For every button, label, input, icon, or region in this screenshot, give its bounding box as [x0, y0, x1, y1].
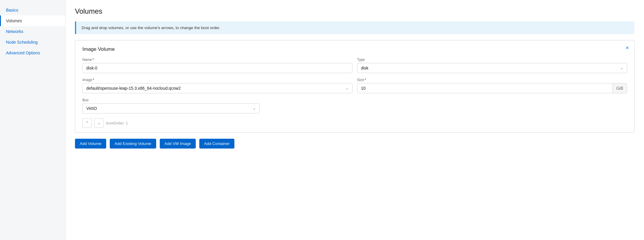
add-vm-image-button[interactable]: Add VM Image: [160, 139, 196, 149]
info-banner: Drag and drop volumes, or use the volume…: [75, 21, 634, 34]
boot-order-row: ⌃ ⌄ bootOrder: 1: [82, 118, 627, 128]
sidebar: Basics Volumes Networks Node Scheduling …: [0, 0, 65, 240]
name-input[interactable]: [82, 63, 352, 73]
name-label: Name*: [82, 58, 352, 62]
image-chevron-icon: ⌄: [346, 86, 349, 90]
type-label: Type: [357, 58, 627, 62]
bus-chevron-icon: ⌄: [253, 106, 256, 110]
bus-value: VirtIO: [86, 106, 97, 111]
size-required-star: *: [365, 78, 366, 82]
boot-order-label: bootOrder: 1: [106, 121, 128, 125]
sidebar-item-advanced-options[interactable]: Advanced Options: [0, 48, 65, 58]
sidebar-item-volumes[interactable]: Volumes: [0, 15, 65, 26]
image-field-group: Image* default/opensuse-leap-15.3.x86_64…: [82, 78, 352, 93]
image-required-star: *: [93, 78, 94, 82]
boot-order-up-button[interactable]: ⌃: [82, 118, 92, 128]
size-field-group: Size* GiB: [357, 78, 627, 93]
add-container-button[interactable]: Add Container: [199, 139, 234, 149]
type-chevron-icon: ⌄: [620, 66, 623, 70]
size-label: Size*: [357, 78, 627, 82]
action-buttons: Add Volume Add Existing Volume Add VM Im…: [75, 139, 634, 149]
main-content: Volumes Drag and drop volumes, or use th…: [65, 0, 644, 240]
image-label: Image*: [82, 78, 352, 82]
add-volume-button[interactable]: Add Volume: [75, 139, 106, 149]
sidebar-item-networks[interactable]: Networks: [0, 26, 65, 37]
volume-card-title: Image Volume: [82, 46, 627, 52]
image-select[interactable]: default/opensuse-leap-15.3.x86_64-noclou…: [82, 83, 352, 93]
add-existing-volume-button[interactable]: Add Existing Volume: [110, 139, 156, 149]
size-unit: GiB: [612, 83, 627, 93]
type-value: disk: [361, 66, 369, 70]
form-row-bus: Bus VirtIO ⌄: [82, 98, 627, 113]
boot-order-down-button[interactable]: ⌄: [94, 118, 104, 128]
image-value: default/opensuse-leap-15.3.x86_64-noclou…: [86, 86, 181, 91]
close-button[interactable]: ×: [626, 45, 629, 50]
bus-select-display[interactable]: VirtIO ⌄: [83, 104, 259, 113]
type-select-display[interactable]: disk ⌄: [358, 63, 627, 73]
name-required-star: *: [93, 58, 94, 62]
size-input-wrapper: GiB: [357, 83, 627, 93]
size-input[interactable]: [358, 83, 612, 93]
sidebar-item-basics[interactable]: Basics: [0, 5, 65, 15]
name-field-group: Name*: [82, 58, 352, 73]
type-select[interactable]: disk ⌄: [357, 63, 627, 73]
image-select-display[interactable]: default/opensuse-leap-15.3.x86_64-noclou…: [83, 83, 352, 93]
form-row-name-type: Name* Type disk ⌄: [82, 58, 627, 73]
bus-field-group: Bus VirtIO ⌄: [82, 98, 260, 113]
form-row-image-size: Image* default/opensuse-leap-15.3.x86_64…: [82, 78, 627, 93]
sidebar-item-node-scheduling[interactable]: Node Scheduling: [0, 37, 65, 48]
page-title: Volumes: [75, 7, 634, 15]
bus-select[interactable]: VirtIO ⌄: [82, 103, 260, 113]
volume-card: Image Volume × Name* Type disk ⌄: [75, 40, 634, 133]
bus-label: Bus: [82, 98, 260, 102]
type-field-group: Type disk ⌄: [357, 58, 627, 73]
